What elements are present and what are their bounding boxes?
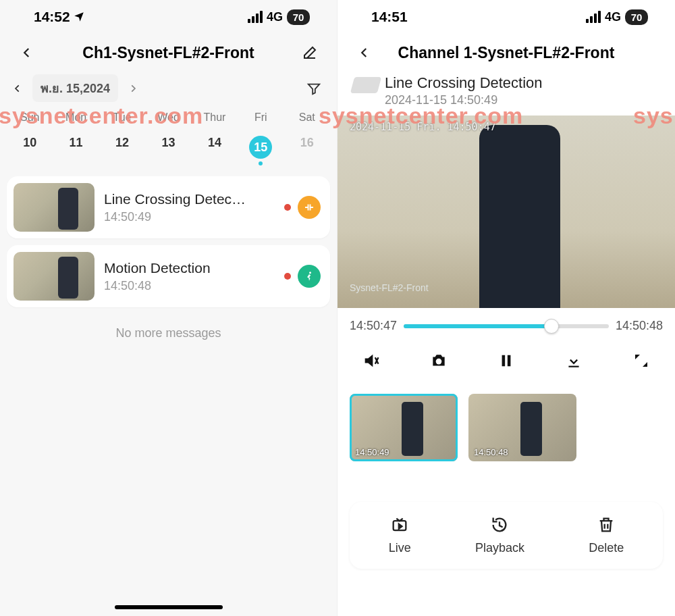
player-controls [338,337,675,379]
phone-events-list: 14:52 4G 70 Ch1-Sysnet-FL#2-Front พ.ย. 1… [0,0,338,616]
clip-thumbnails: 14:50:49 14:50:48 [338,379,675,468]
event-time: 14:50:48 [104,279,275,293]
scrubber-start: 14:50:47 [350,319,397,333]
date-row: พ.ย. 15,2024 [0,72,337,105]
live-button[interactable]: Live [389,515,411,555]
unread-dot-icon [284,204,291,211]
video-timestamp-overlay: 2024-11-15 Fri. 14:50:47 [350,121,496,133]
snapshot-button[interactable] [425,349,452,372]
detection-header: Line Crossing Detection 2024-11-15 14:50… [338,72,675,109]
motion-icon [298,265,321,288]
day-16[interactable]: 16 [284,130,330,164]
svg-point-1 [436,359,442,365]
mute-button[interactable] [358,349,385,372]
fullscreen-button[interactable] [628,349,655,372]
event-line-crossing[interactable]: Line Crossing Detec… 14:50:49 [7,176,330,238]
day-14[interactable]: 14 [192,130,238,164]
day-12[interactable]: 12 [99,130,145,164]
page-title: Channel 1-Sysnet-FL#2-Front [398,44,615,62]
download-button[interactable] [560,349,587,372]
week-header: Sun Mon Tue Wed Thur Fri Sat [0,105,337,126]
date-picker[interactable]: พ.ย. 15,2024 [32,74,118,102]
status-bar: 14:52 4G 70 [0,0,337,34]
battery-icon: 70 [625,9,648,25]
video-watermark-overlay: Sysnet-FL#2-Front [350,282,429,293]
clip-1[interactable]: 14:50:49 [350,394,458,461]
nav-bar: Ch1-Sysnet-FL#2-Front [0,34,337,72]
svg-marker-6 [399,524,402,529]
event-motion[interactable]: Motion Detection 14:50:48 [7,245,330,307]
status-time: 14:51 [371,9,408,25]
day-11[interactable]: 11 [53,130,99,164]
edit-button[interactable] [299,42,321,63]
event-thumbnail [14,252,94,301]
signal-icon [248,11,263,23]
day-13[interactable]: 13 [145,130,191,164]
battery-icon: 70 [287,9,310,25]
line-cross-icon [298,196,321,219]
pause-button[interactable] [493,349,520,372]
location-icon [73,11,85,23]
camera-icon [350,77,381,93]
back-button[interactable] [16,42,38,63]
back-button[interactable] [354,42,375,63]
prev-date-button[interactable] [8,79,27,98]
nav-bar: Channel 1-Sysnet-FL#2-Front [338,34,675,72]
svg-rect-3 [508,355,511,367]
scrubber[interactable]: 14:50:47 14:50:48 [338,308,675,337]
playback-button[interactable]: Playback [475,515,524,555]
detection-time: 2024-11-15 14:50:49 [385,93,660,107]
scrubber-end: 14:50:48 [616,319,663,333]
event-time: 14:50:49 [104,210,275,224]
no-more-messages: No more messages [7,314,330,353]
status-time: 14:52 [34,9,70,25]
week-days: 10 11 12 13 14 15 16 [0,126,337,174]
phone-event-detail: 14:51 4G 70 Channel 1-Sysnet-FL#2-Front … [338,0,675,616]
scrubber-handle[interactable] [544,319,559,334]
next-date-button[interactable] [124,79,142,98]
svg-rect-2 [502,355,506,367]
clip-2[interactable]: 14:50:48 [468,394,576,461]
unread-dot-icon [284,273,291,280]
day-15-selected[interactable]: 15 [238,130,284,164]
status-bar: 14:51 4G 70 [338,0,675,34]
event-thumbnail [14,183,94,232]
action-bar: Live Playback Delete [350,502,663,569]
signal-icon [586,11,601,23]
event-title: Line Crossing Detec… [104,191,275,207]
page-title: Ch1-Sysnet-FL#2-Front [82,44,254,62]
network-label: 4G [267,10,283,24]
events-list: Line Crossing Detec… 14:50:49 Motion Det… [0,174,337,355]
network-label: 4G [605,10,621,24]
video-player[interactable]: 2024-11-15 Fri. 14:50:47 Sysnet-FL#2-Fro… [338,116,675,308]
day-10[interactable]: 10 [7,130,53,164]
home-indicator[interactable] [115,605,223,609]
svg-rect-4 [568,366,578,367]
detection-title: Line Crossing Detection [385,74,660,92]
event-title: Motion Detection [104,260,275,276]
scrubber-track[interactable] [404,324,609,328]
filter-button[interactable] [303,78,325,99]
svg-point-0 [309,272,311,274]
delete-button[interactable]: Delete [589,515,624,555]
